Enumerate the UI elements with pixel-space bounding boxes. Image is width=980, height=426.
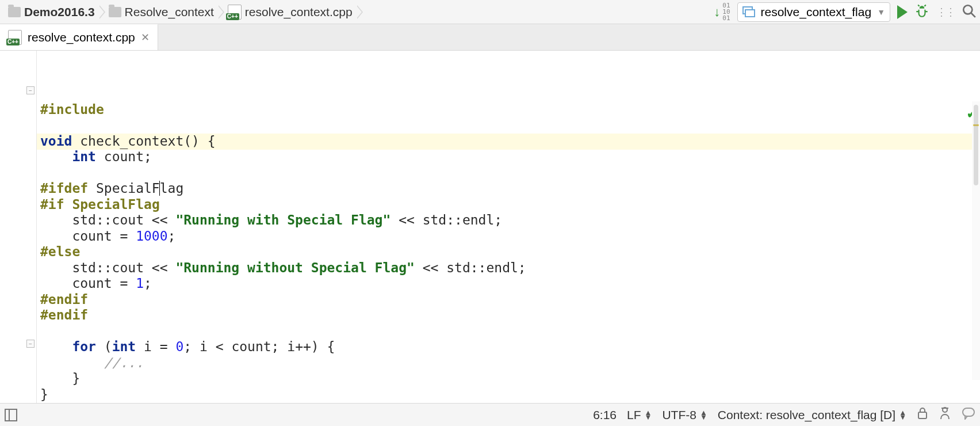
code-area[interactable]: #include void check_context() { int coun… <box>37 51 980 403</box>
svg-rect-1 <box>745 10 755 17</box>
fold-marker-icon[interactable]: − <box>26 340 35 348</box>
breadcrumb-folder[interactable]: Resolve_context <box>106 3 219 21</box>
cpp-file-icon: C++ <box>8 30 22 45</box>
breadcrumb-folder-label: Resolve_context <box>125 5 214 19</box>
run-configuration-selector[interactable]: resolve_context_flag ▼ <box>737 2 890 22</box>
search-button[interactable] <box>962 3 977 21</box>
breadcrumb-file[interactable]: C++ resolve_context.cpp <box>225 2 357 22</box>
editor-tabs: C++ resolve_context.cpp ✕ <box>0 24 980 51</box>
breadcrumbs: Demo2016.3 Resolve_context C++ resolve_c… <box>6 2 714 22</box>
toolbar-actions: ↓011001 resolve_context_flag ▼ ⋮⋮ <box>714 2 977 22</box>
chevron-right-icon <box>357 5 364 19</box>
chevron-down-icon: ▼ <box>877 7 885 17</box>
stacked-windows-icon <box>742 6 755 18</box>
breadcrumb-project[interactable]: Demo2016.3 <box>6 3 99 21</box>
folder-icon <box>8 7 21 17</box>
toolbar: Demo2016.3 Resolve_context C++ resolve_c… <box>0 0 980 24</box>
chevron-right-icon <box>99 5 106 19</box>
tab-resolve-context[interactable]: C++ resolve_context.cpp ✕ <box>0 24 158 50</box>
fold-marker-icon[interactable]: − <box>26 86 35 94</box>
tab-label: resolve_context.cpp <box>28 31 135 44</box>
debug-button[interactable] <box>914 3 929 21</box>
editor: − − #include void check_context() { int … <box>0 51 980 403</box>
svg-line-3 <box>971 13 975 17</box>
breadcrumb-file-label: resolve_context.cpp <box>245 5 353 19</box>
cpp-file-icon: C++ <box>228 5 242 20</box>
close-tab-button[interactable]: ✕ <box>141 31 150 44</box>
download-binary-icon[interactable]: ↓011001 <box>714 2 730 21</box>
svg-point-2 <box>963 5 972 14</box>
run-config-label: resolve_context_flag <box>761 5 872 19</box>
more-dots-icon: ⋮⋮ <box>936 6 955 18</box>
gutter[interactable]: − − <box>0 51 37 403</box>
run-button[interactable] <box>897 5 908 19</box>
breadcrumb-project-label: Demo2016.3 <box>24 5 95 19</box>
chevron-right-icon <box>219 5 225 19</box>
folder-icon <box>109 7 121 17</box>
tool-window-toggle-icon[interactable] <box>5 409 17 421</box>
